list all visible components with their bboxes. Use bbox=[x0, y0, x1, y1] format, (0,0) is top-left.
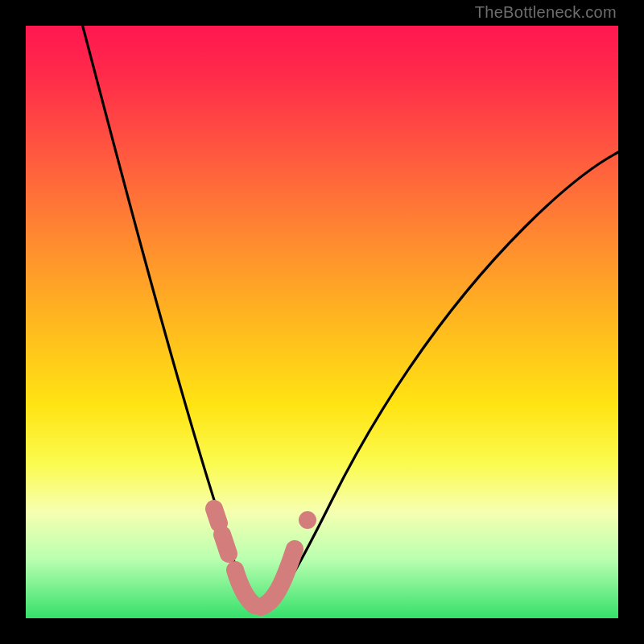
highlight-dot-upper-right bbox=[299, 511, 316, 529]
bottleneck-curve bbox=[80, 18, 621, 607]
highlight-segment-bottom-right bbox=[261, 549, 295, 607]
highlight-segment-left bbox=[214, 509, 229, 554]
highlight-segment-bottom-left bbox=[235, 570, 254, 605]
chart-svg bbox=[26, 26, 618, 618]
plot-area bbox=[26, 26, 618, 618]
chart-frame: TheBottleneck.com bbox=[0, 0, 644, 644]
watermark-text: TheBottleneck.com bbox=[475, 3, 617, 22]
